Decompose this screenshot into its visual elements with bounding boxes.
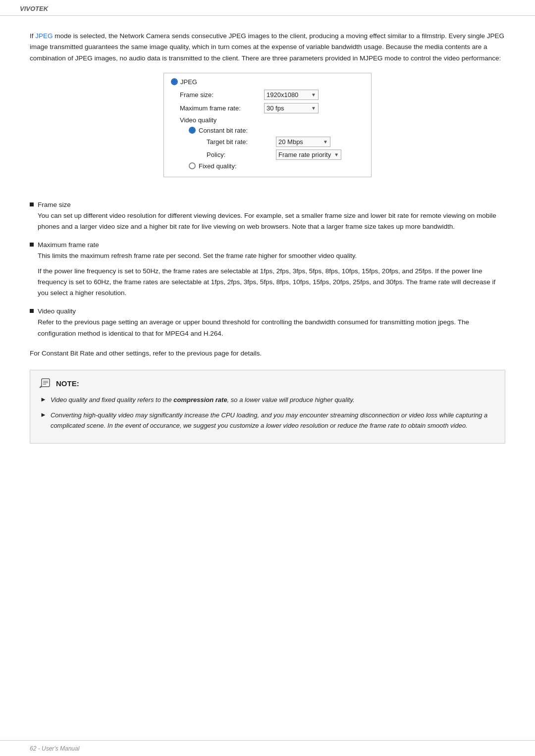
- policy-arrow: ▼: [334, 152, 339, 157]
- target-bit-rate-select[interactable]: 20 Mbps ▼: [276, 137, 330, 147]
- note-header: NOTE:: [37, 376, 496, 390]
- max-frame-rate-title-text: Maximum frame rate: [38, 241, 99, 249]
- bullet-square-3: [30, 309, 34, 313]
- note-arrow-1: ►: [40, 396, 47, 403]
- frame-size-row: Frame size: 1920x1080 ▼: [171, 90, 362, 100]
- video-quality-text: Refer to the previous page setting an av…: [30, 317, 505, 339]
- max-frame-rate-control: 30 fps ▼: [264, 103, 319, 113]
- max-frame-rate-value: 30 fps: [267, 104, 284, 112]
- max-frame-rate-text2: If the power line frequency is set to 50…: [30, 266, 505, 299]
- policy-row: Policy: Frame rate priority ▼: [171, 150, 362, 160]
- settings-box: JPEG Frame size: 1920x1080 ▼ Maximum fra…: [163, 73, 372, 177]
- footer-text: 62 - User's Manual: [30, 745, 79, 752]
- note-bullet-2: ► Converting high-quality video may sign…: [37, 410, 496, 431]
- note-icon: [37, 376, 51, 390]
- frame-size-value: 1920x1080: [267, 91, 298, 99]
- target-bit-rate-row: Target bit rate: 20 Mbps ▼: [171, 137, 362, 147]
- target-bit-rate-label: Target bit rate:: [207, 138, 276, 146]
- page: VIVOTEK If JPEG mode is selected, the Ne…: [0, 0, 535, 756]
- bullet-square-2: [30, 243, 34, 247]
- note-bullet-2-text: Converting high-quality video may signif…: [51, 410, 496, 431]
- video-quality-title: Video quality: [30, 307, 505, 315]
- policy-value: Frame rate priority: [278, 151, 331, 158]
- note-bullet-1-text: Video quality and fixed quality refers t…: [51, 395, 355, 405]
- frame-size-arrow: ▼: [311, 92, 316, 98]
- fq-radio[interactable]: [189, 162, 196, 169]
- max-frame-rate-text: This limits the maximum refresh frame ra…: [30, 251, 505, 261]
- target-bit-rate-arrow: ▼: [323, 139, 328, 145]
- target-bit-rate-value: 20 Mbps: [278, 138, 303, 146]
- frame-size-title-text: Frame size: [38, 201, 71, 208]
- footer: 62 - User's Manual: [0, 740, 535, 756]
- intro-paragraph: If JPEG mode is selected, the Network Ca…: [30, 31, 505, 64]
- settings-title-row: JPEG: [171, 78, 362, 86]
- policy-label: Policy:: [207, 151, 276, 158]
- frame-size-select[interactable]: 1920x1080 ▼: [264, 90, 319, 100]
- main-content: If JPEG mode is selected, the Network Ca…: [0, 16, 535, 466]
- max-frame-rate-row: Maximum frame rate: 30 fps ▼: [171, 103, 362, 113]
- fixed-quality-label: Fixed quality:: [199, 162, 237, 170]
- max-frame-rate-section: Maximum frame rate This limits the maxim…: [30, 241, 505, 299]
- max-frame-rate-arrow: ▼: [311, 105, 316, 111]
- frame-size-text: You can set up different video resolutio…: [30, 210, 505, 233]
- note-arrow-2: ►: [40, 411, 47, 418]
- frame-size-control: 1920x1080 ▼: [264, 90, 319, 100]
- header: VIVOTEK: [0, 0, 535, 16]
- max-frame-rate-select[interactable]: 30 fps ▼: [264, 103, 319, 113]
- video-quality-label: Video quality: [171, 116, 362, 124]
- jpeg-link[interactable]: JPEG: [35, 32, 53, 40]
- note-box: NOTE: ► Video quality and fixed quality …: [30, 370, 505, 443]
- policy-select[interactable]: Frame rate priority ▼: [276, 150, 341, 160]
- bullet-square-1: [30, 202, 34, 206]
- video-quality-title-text: Video quality: [38, 307, 76, 315]
- cbr-label: Constant bit rate:: [199, 127, 268, 134]
- video-quality-section: Video quality Refer to the previous page…: [30, 307, 505, 339]
- jpeg-radio[interactable]: [171, 78, 178, 85]
- cbr-note: For Constant Bit Rate and other settings…: [30, 348, 505, 359]
- max-frame-rate-label: Maximum frame rate:: [180, 104, 264, 112]
- constant-bit-rate-row: Constant bit rate:: [171, 127, 362, 134]
- note-title: NOTE:: [56, 379, 79, 388]
- frame-size-section: Frame size You can set up different vide…: [30, 201, 505, 233]
- brand-label: VIVOTEK: [20, 5, 48, 12]
- compression-rate-term: compression rate: [173, 396, 227, 403]
- fixed-quality-row: Fixed quality:: [171, 162, 362, 170]
- cbr-radio[interactable]: [189, 127, 196, 134]
- frame-size-label: Frame size:: [180, 91, 264, 99]
- frame-size-title: Frame size: [30, 201, 505, 208]
- note-bullet-1: ► Video quality and fixed quality refers…: [37, 395, 496, 405]
- max-frame-rate-title: Maximum frame rate: [30, 241, 505, 249]
- jpeg-label: JPEG: [180, 78, 197, 86]
